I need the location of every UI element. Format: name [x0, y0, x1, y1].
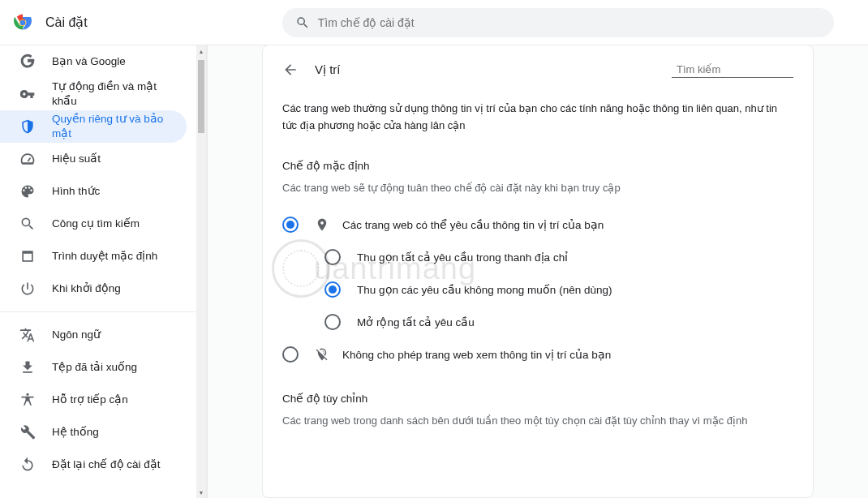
- default-mode-title: Chế độ mặc định: [282, 159, 793, 172]
- sidebar-item-reset[interactable]: Đặt lại chế độ cài đặt: [0, 449, 187, 481]
- option-label: Không cho phép trang web xem thông tin v…: [342, 348, 611, 361]
- sidebar-item-you[interactable]: Bạn và Google: [0, 45, 187, 78]
- page-search-input[interactable]: [677, 62, 813, 77]
- global-search-input[interactable]: [318, 16, 821, 29]
- sidebar-item-default-browser[interactable]: Trình duyệt mặc định: [0, 240, 187, 273]
- radio-checked-icon[interactable]: [282, 217, 299, 233]
- sidebar-item-accessibility[interactable]: Hỗ trợ tiếp cận: [0, 384, 187, 416]
- page-description: Các trang web thường sử dụng thông tin v…: [282, 101, 793, 135]
- app-title: Cài đặt: [45, 15, 88, 30]
- global-search[interactable]: [282, 8, 834, 37]
- option-collapse-all[interactable]: Thu gọn tất cả yêu cầu trong thanh địa c…: [282, 241, 793, 273]
- nav-divider: [0, 311, 196, 312]
- power-icon: [19, 281, 36, 297]
- option-block[interactable]: Không cho phép trang web xem thông tin v…: [282, 338, 793, 371]
- location-off-icon: [315, 347, 329, 362]
- svg-point-1: [20, 19, 26, 25]
- option-expand-all[interactable]: Mở rộng tất cả yêu cầu: [282, 306, 793, 338]
- option-collapse-unwanted[interactable]: Thu gọn các yêu cầu không mong muốn (nên…: [282, 273, 793, 306]
- back-arrow-icon[interactable]: [282, 62, 299, 78]
- search-icon: [19, 216, 36, 232]
- scroll-up-icon[interactable]: ▲: [196, 45, 206, 57]
- radio-icon[interactable]: [324, 314, 341, 330]
- palette-icon: [19, 183, 36, 200]
- sidebar-item-startup[interactable]: Khi khởi động: [0, 273, 187, 305]
- sidebar-item-label: Tệp đã tải xuống: [52, 360, 137, 375]
- search-icon: [295, 15, 310, 30]
- sidebar-item-performance[interactable]: Hiệu suất: [0, 143, 187, 175]
- radio-checked-icon[interactable]: [324, 281, 341, 298]
- browser-icon: [19, 248, 36, 264]
- option-label: Mở rộng tất cả yêu cầu: [357, 316, 475, 328]
- translate-icon: [19, 327, 36, 343]
- download-icon: [19, 359, 36, 376]
- sidebar-item-label: Bạn và Google: [52, 54, 126, 69]
- scrollbar-thumb[interactable]: [198, 60, 204, 133]
- google-icon: [19, 54, 36, 70]
- scroll-down-icon[interactable]: ▼: [196, 487, 206, 498]
- page-search[interactable]: [672, 62, 793, 78]
- sidebar-item-autofill[interactable]: Tự động điền và mật khẩu: [0, 78, 187, 110]
- sidebar-item-label: Hình thức: [52, 184, 100, 199]
- sidebar-scrollbar[interactable]: ▲ ▼: [196, 45, 206, 498]
- radio-icon[interactable]: [282, 346, 299, 363]
- option-sites-can-ask[interactable]: Các trang web có thể yêu cầu thông tin v…: [282, 208, 793, 241]
- page-title: Vị trí: [315, 62, 672, 77]
- sidebar-item-label: Trình duyệt mặc định: [52, 249, 157, 264]
- sidebar: Bạn và Google Tự động điền và mật khẩu Q…: [0, 45, 196, 498]
- shield-icon: [19, 118, 36, 135]
- sidebar-item-label: Quyền riêng tư và bảo mật: [52, 112, 167, 140]
- sidebar-item-label: Công cụ tìm kiếm: [52, 217, 140, 231]
- reset-icon: [19, 457, 36, 473]
- sidebar-item-label: Ngôn ngữ: [52, 328, 101, 342]
- sidebar-item-label: Hỗ trợ tiếp cận: [52, 393, 128, 407]
- sidebar-item-search[interactable]: Công cụ tìm kiếm: [0, 208, 187, 240]
- sidebar-item-label: Đặt lại chế độ cài đặt: [52, 457, 161, 472]
- sidebar-item-label: Tự động điền và mật khẩu: [52, 79, 167, 108]
- location-pin-icon: [315, 217, 329, 232]
- radio-icon[interactable]: [324, 249, 341, 265]
- sidebar-item-languages[interactable]: Ngôn ngữ: [0, 319, 187, 351]
- sidebar-item-label: Hiệu suất: [52, 152, 101, 166]
- chrome-logo-icon: [13, 13, 32, 32]
- speedometer-icon: [19, 151, 36, 167]
- settings-panel: Vị trí Các trang web thường sử dụng thôn…: [262, 45, 814, 498]
- accessibility-icon: [19, 392, 36, 408]
- custom-mode-title: Chế độ tùy chỉnh: [282, 392, 793, 405]
- option-label: Các trang web có thể yêu cầu thông tin v…: [342, 218, 604, 231]
- wrench-icon: [19, 424, 36, 440]
- key-icon: [19, 86, 36, 102]
- sidebar-item-appearance[interactable]: Hình thức: [0, 175, 187, 208]
- option-label: Thu gọn các yêu cầu không mong muốn (nên…: [357, 283, 612, 296]
- sidebar-item-label: Hệ thống: [52, 425, 99, 440]
- sidebar-item-system[interactable]: Hệ thống: [0, 416, 187, 449]
- sidebar-item-downloads[interactable]: Tệp đã tải xuống: [0, 351, 187, 384]
- option-label: Thu gọn tất cả yêu cầu trong thanh địa c…: [357, 251, 568, 264]
- custom-mode-subtitle: Các trang web trong danh sách bên dưới t…: [282, 414, 793, 427]
- sidebar-item-privacy[interactable]: Quyền riêng tư và bảo mật: [0, 110, 187, 143]
- default-mode-subtitle: Các trang web sẽ tự động tuân theo chế đ…: [282, 182, 793, 194]
- sidebar-item-label: Khi khởi động: [52, 281, 121, 296]
